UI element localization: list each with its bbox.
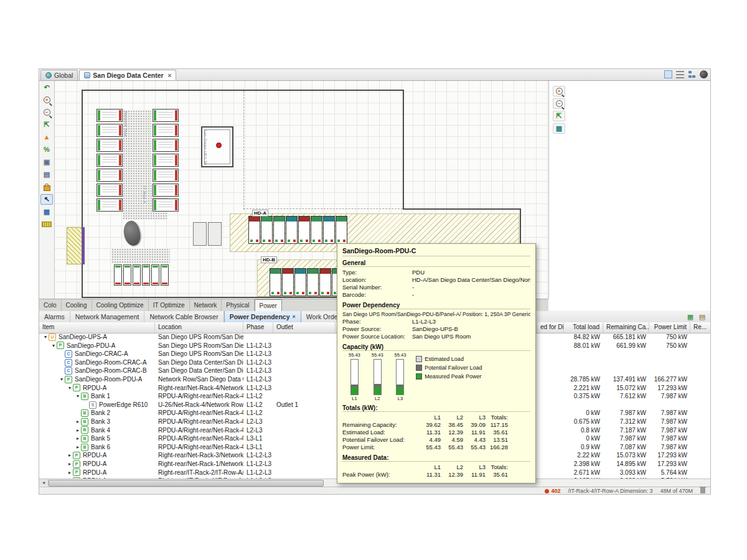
canvas-tab-colo[interactable]: Colo bbox=[39, 299, 62, 311]
network-rack-icon[interactable] bbox=[96, 124, 123, 137]
remaining-capacity-cell: 7.612 kW bbox=[603, 392, 649, 401]
hd-cabinet-icon[interactable] bbox=[286, 216, 298, 244]
outlet-cell bbox=[273, 366, 336, 375]
it-rack-icon[interactable] bbox=[133, 264, 141, 286]
panel-tab-alarms[interactable]: Alarms bbox=[39, 310, 70, 322]
tree-collapse-icon[interactable]: ▾ bbox=[42, 333, 49, 342]
network-rack-icon[interactable] bbox=[96, 169, 123, 182]
network-rack-icon[interactable] bbox=[96, 139, 123, 152]
editor-tab-global[interactable]: Global bbox=[40, 70, 78, 80]
hd-cabinet-icon[interactable] bbox=[294, 268, 306, 296]
tree-expand-icon[interactable]: ▸ bbox=[67, 460, 73, 469]
network-rack-icon[interactable] bbox=[153, 124, 179, 137]
view-menu-icon[interactable] bbox=[676, 71, 684, 79]
hd-cabinet-icon[interactable] bbox=[323, 216, 335, 244]
network-rack-icon[interactable] bbox=[96, 154, 123, 167]
network-rack-icon[interactable] bbox=[96, 109, 123, 122]
scale-icon[interactable]: % bbox=[40, 144, 53, 155]
scrollbar-thumb[interactable] bbox=[49, 480, 324, 487]
hd-cabinet-icon[interactable] bbox=[311, 216, 322, 244]
canvas-tab-it-optimize[interactable]: IT Optimize bbox=[149, 299, 190, 311]
network-rack-icon[interactable] bbox=[153, 184, 179, 197]
zoom-in-icon[interactable]: + bbox=[553, 86, 565, 96]
canvas-tab-power[interactable]: Power bbox=[255, 299, 282, 311]
tree-expand-icon[interactable]: ▸ bbox=[75, 426, 81, 435]
measure-icon[interactable] bbox=[40, 219, 53, 230]
column-header-ed-for-di[interactable]: ed for Di... bbox=[537, 322, 564, 333]
column-header-total-load[interactable]: Total load bbox=[564, 322, 603, 333]
hd-cabinet-icon[interactable] bbox=[282, 268, 294, 296]
tree-collapse-icon[interactable]: ▾ bbox=[75, 392, 81, 401]
canvas-tab-network[interactable]: Network bbox=[190, 299, 222, 311]
network-rack-icon[interactable] bbox=[153, 109, 179, 122]
tree-expand-icon[interactable]: ▸ bbox=[75, 418, 81, 426]
panel-tab-network-management[interactable]: Network Management bbox=[70, 310, 145, 322]
hd-cabinet-icon[interactable] bbox=[336, 216, 347, 244]
pointer-icon[interactable]: ↖ bbox=[40, 194, 53, 205]
hd-cabinet-icon[interactable] bbox=[248, 216, 260, 244]
tree-collapse-icon[interactable]: ▾ bbox=[59, 375, 65, 384]
canvas-tab-cooling-optimize[interactable]: Cooling Optimize bbox=[92, 299, 149, 311]
close-icon[interactable]: × bbox=[293, 314, 296, 320]
alarm-count[interactable]: 402 bbox=[545, 488, 560, 494]
hierarchy-icon[interactable] bbox=[688, 70, 696, 78]
tree-expand-icon[interactable]: ▸ bbox=[75, 434, 81, 443]
editor-tab-san-diego-data-center[interactable]: San Diego Data Center× bbox=[79, 70, 176, 80]
network-rack-icon[interactable] bbox=[153, 139, 179, 152]
layers-icon[interactable]: ▤ bbox=[40, 169, 53, 180]
zoom-in-icon[interactable]: + bbox=[40, 95, 53, 105]
network-rack-icon[interactable] bbox=[96, 198, 123, 212]
column-header-location[interactable]: Location bbox=[155, 322, 243, 333]
tree-collapse-icon[interactable]: ▾ bbox=[67, 384, 73, 393]
it-rack-icon[interactable] bbox=[114, 264, 122, 286]
it-rack-icon[interactable] bbox=[123, 264, 131, 286]
tree-expand-icon[interactable]: ▸ bbox=[67, 469, 73, 477]
hd-cabinet-icon[interactable] bbox=[298, 216, 310, 244]
zoom-fit-icon[interactable]: ⇱ bbox=[40, 119, 53, 130]
it-rack-icon[interactable] bbox=[161, 264, 169, 286]
tree-expand-icon[interactable]: ▸ bbox=[75, 443, 81, 452]
network-rack-icon[interactable] bbox=[153, 198, 179, 212]
column-header-re[interactable]: Re... bbox=[690, 322, 710, 333]
network-rack-icon[interactable] bbox=[96, 184, 123, 197]
statue-object[interactable] bbox=[121, 219, 143, 247]
grid-icon[interactable]: ▦ bbox=[40, 207, 53, 217]
restore-panel-icon[interactable] bbox=[664, 70, 672, 78]
zoom-out-icon[interactable]: − bbox=[553, 98, 565, 109]
copy-view-icon[interactable]: ▣ bbox=[40, 157, 53, 167]
hd-cabinet-icon[interactable] bbox=[273, 216, 285, 244]
panel-tab-power-dependency[interactable]: Power Dependency× bbox=[224, 310, 301, 322]
canvas-tab-cooling[interactable]: Cooling bbox=[62, 299, 92, 311]
hd-cabinet-icon[interactable] bbox=[270, 268, 281, 296]
network-rack-icon[interactable] bbox=[153, 154, 179, 167]
layout-grid-icon[interactable]: ▦ bbox=[553, 123, 565, 134]
cabinet-object[interactable] bbox=[208, 222, 222, 246]
table-view-icon[interactable]: ▦ bbox=[686, 312, 695, 321]
column-header-outlet[interactable]: Outlet bbox=[273, 322, 336, 333]
hd-cabinet-icon[interactable] bbox=[307, 268, 319, 296]
hd-cabinet-icon[interactable] bbox=[261, 216, 273, 244]
column-header-item[interactable]: Item bbox=[39, 322, 155, 333]
warning-cone-icon[interactable]: ▲ bbox=[40, 132, 53, 142]
column-header-phase[interactable]: Phase bbox=[243, 322, 273, 333]
column-header-remaining-ca[interactable]: Remaining Ca... bbox=[603, 322, 649, 333]
lock-icon[interactable] bbox=[40, 182, 53, 192]
globe-dark-icon[interactable] bbox=[700, 70, 708, 78]
hd-cabinet-icon[interactable] bbox=[319, 268, 331, 296]
zoom-fit-icon[interactable]: ⇱ bbox=[553, 111, 565, 121]
scroll-left-button[interactable]: ◂ bbox=[39, 479, 49, 486]
tree-expand-icon[interactable]: ▸ bbox=[67, 451, 73, 460]
undo-icon[interactable]: ↶ bbox=[40, 82, 53, 93]
column-header-power-limit[interactable]: Power Limit bbox=[649, 322, 690, 333]
panel-tab-network-cable-browser[interactable]: Network Cable Browser bbox=[144, 310, 223, 322]
zoom-out-icon[interactable]: − bbox=[40, 107, 53, 118]
cabinet-object[interactable] bbox=[193, 222, 207, 246]
it-rack-icon[interactable] bbox=[142, 264, 150, 286]
tree-collapse-icon[interactable]: ▾ bbox=[50, 342, 57, 350]
it-rack-icon[interactable] bbox=[151, 264, 159, 286]
canvas-tab-physical[interactable]: Physical bbox=[222, 299, 254, 311]
network-rack-icon[interactable] bbox=[153, 169, 179, 182]
garbage-collect-icon[interactable] bbox=[700, 488, 705, 493]
close-icon[interactable]: × bbox=[168, 72, 172, 79]
export-icon[interactable]: ▤ bbox=[698, 312, 707, 321]
